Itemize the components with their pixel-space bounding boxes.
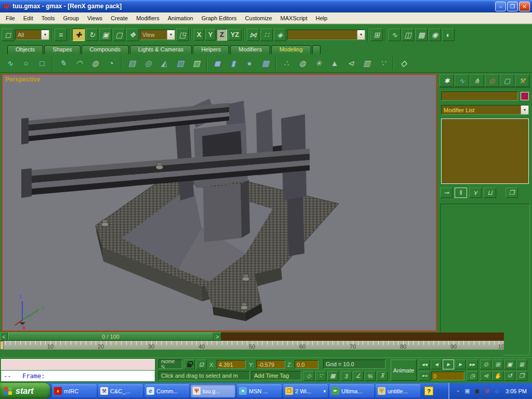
- crossing-selection-button[interactable]: ◇: [303, 371, 314, 381]
- zoom-all-button[interactable]: ⊞: [492, 360, 503, 369]
- lattice-b-button[interactable]: ▨: [189, 57, 204, 70]
- maxscript-mini-listener[interactable]: [1, 359, 155, 370]
- coord-system-combo[interactable]: View ▾: [140, 30, 175, 40]
- menu-animation[interactable]: Animation: [164, 14, 197, 23]
- connect-button[interactable]: ∵: [376, 57, 390, 70]
- previous-frame-button[interactable]: ◀: [431, 360, 442, 369]
- loft-button[interactable]: ◔: [104, 57, 118, 70]
- select-and-rotate-button[interactable]: ↻: [86, 29, 98, 41]
- perspective-viewport[interactable]: Perspective: [2, 74, 437, 331]
- pan-button[interactable]: ✋: [492, 371, 503, 381]
- object-name-field[interactable]: [441, 91, 518, 101]
- configure-modifier-sets-button[interactable]: ❐: [506, 188, 518, 198]
- menu-graph-editors[interactable]: Graph Editors: [197, 14, 241, 23]
- y-coord-field[interactable]: -0.579: [256, 360, 285, 369]
- taskbar-item-mirc[interactable]: ♦ mIRC: [52, 384, 97, 397]
- selection-lock-button[interactable]: [184, 360, 195, 369]
- go-to-start-button[interactable]: ◀◀: [419, 360, 430, 369]
- make-unique-button[interactable]: ⋎: [469, 188, 482, 198]
- minimize-button[interactable]: –: [495, 2, 506, 11]
- time-configuration-button[interactable]: ◷: [467, 371, 478, 381]
- remove-modifier-button[interactable]: ⊔: [484, 188, 496, 198]
- taskbar-item-msn[interactable]: ✦ MSN ...: [237, 384, 282, 397]
- mirror-button[interactable]: ⋈: [247, 29, 259, 41]
- curve-editor-button[interactable]: ∿: [388, 29, 401, 41]
- taskbar-item-ultima[interactable]: ✒ Ultima...: [329, 384, 374, 397]
- add-time-tag[interactable]: Add Time Tag: [251, 371, 301, 380]
- key-mode-button[interactable]: ⊷: [419, 371, 430, 381]
- taskbar-item-comm[interactable]: e Comm...: [144, 384, 189, 397]
- modifier-stack-list[interactable]: [441, 118, 529, 184]
- menu-edit[interactable]: Edit: [19, 14, 37, 23]
- tray-icon[interactable]: ⊚: [483, 387, 491, 395]
- start-button[interactable]: start: [0, 383, 50, 399]
- arc-button[interactable]: ◠: [72, 57, 86, 70]
- circle-button[interactable]: ○: [19, 57, 33, 70]
- time-slider[interactable]: 0 / 100: [8, 332, 214, 341]
- tab-objects[interactable]: Objects: [7, 45, 43, 54]
- object-color-swatch[interactable]: [521, 92, 529, 100]
- rectangle-button[interactable]: □: [35, 57, 49, 70]
- named-selection-sets-button[interactable]: ⊞: [370, 29, 383, 41]
- min-max-toggle-button[interactable]: ❐: [516, 371, 527, 381]
- angle-snap-button[interactable]: ∠: [353, 371, 364, 381]
- edit-mesh-button[interactable]: ◇: [396, 57, 411, 70]
- box-button[interactable]: ◼: [210, 57, 224, 70]
- menu-tools[interactable]: Tools: [37, 14, 59, 23]
- tab-modeling[interactable]: Modeling: [271, 45, 311, 54]
- blobmesh-button[interactable]: ✳: [311, 57, 326, 70]
- terrain-button[interactable]: ▲: [327, 57, 342, 70]
- zoom-extents-all-button[interactable]: ⊠: [516, 360, 527, 369]
- material-editor-button[interactable]: ◉: [429, 29, 441, 41]
- close-button[interactable]: ✕: [519, 2, 530, 11]
- degradation-override-button[interactable]: ∵: [315, 371, 326, 381]
- tab-utilities[interactable]: ⚒: [515, 74, 529, 87]
- geosphere-button[interactable]: ◍: [295, 57, 310, 70]
- absolute-mode-button[interactable]: ⊡: [196, 360, 207, 369]
- edit-spline-button[interactable]: ✎: [56, 57, 70, 70]
- bounding-box-button[interactable]: ▥: [360, 57, 374, 70]
- pin-stack-button[interactable]: ⊸: [440, 188, 453, 198]
- named-selection-combo[interactable]: ▾: [287, 30, 365, 40]
- spinner-snap-button[interactable]: ⊼: [377, 371, 388, 381]
- cylinder-button[interactable]: ▮: [226, 57, 241, 70]
- menu-file[interactable]: File: [2, 14, 19, 23]
- tab-helpers[interactable]: Helpers: [193, 45, 229, 54]
- listener-frame-line[interactable]: -- Frame:: [1, 370, 155, 381]
- arc-rotate-button[interactable]: ↺: [504, 371, 515, 381]
- restrict-x-button[interactable]: X: [194, 29, 204, 41]
- render-last-button[interactable]: ◐: [442, 29, 455, 41]
- tab-create[interactable]: ✱: [440, 74, 454, 87]
- time-slider-track[interactable]: < 0 / 100 >: [0, 332, 504, 341]
- line-button[interactable]: ∿: [3, 57, 17, 70]
- play-button[interactable]: ▶: [443, 360, 454, 369]
- restrict-z-button[interactable]: Z: [217, 29, 227, 41]
- taskbar-item-cnc[interactable]: ⚒ C&C_...: [98, 384, 143, 397]
- modifier-list-combo[interactable]: Modifier List ▾: [441, 105, 529, 115]
- schematic-view-button[interactable]: ◫: [402, 29, 414, 41]
- menu-create[interactable]: Create: [107, 14, 132, 23]
- taskbar-clock[interactable]: 3:05 PM: [506, 388, 527, 394]
- selection-filter-combo[interactable]: All ▾: [15, 30, 49, 40]
- taskbar-item-tuu-gmax[interactable]: Ψ tuu.g...: [191, 384, 235, 397]
- selection-region-button[interactable]: ▢: [113, 29, 125, 41]
- percent-snap-button[interactable]: %: [365, 371, 376, 381]
- taskbar-item-untitled[interactable]: Ψ untitle...: [376, 384, 420, 397]
- select-object-button[interactable]: ◻: [2, 29, 14, 41]
- menu-views[interactable]: Views: [83, 14, 107, 23]
- conform-button[interactable]: ⊲: [343, 57, 358, 70]
- x-coord-field[interactable]: 4.391: [217, 360, 246, 369]
- menu-maxscript[interactable]: MAXScript: [276, 14, 312, 23]
- box-wire-button[interactable]: ▤: [125, 57, 139, 70]
- z-coord-field[interactable]: 0.0: [295, 360, 318, 369]
- tab-display[interactable]: ▢: [500, 74, 514, 87]
- select-by-name-button[interactable]: ≡: [55, 29, 67, 41]
- restore-button[interactable]: ❐: [507, 2, 518, 11]
- tray-alert-icon[interactable]: ?: [424, 387, 433, 395]
- tray-icon[interactable]: ▣: [463, 387, 471, 395]
- tab-shapes[interactable]: Shapes: [44, 45, 80, 54]
- time-marker[interactable]: [0, 341, 4, 350]
- next-frame-button[interactable]: ▶: [455, 360, 466, 369]
- align-button[interactable]: ∷: [260, 29, 273, 41]
- scatter-button[interactable]: ∴: [279, 57, 294, 70]
